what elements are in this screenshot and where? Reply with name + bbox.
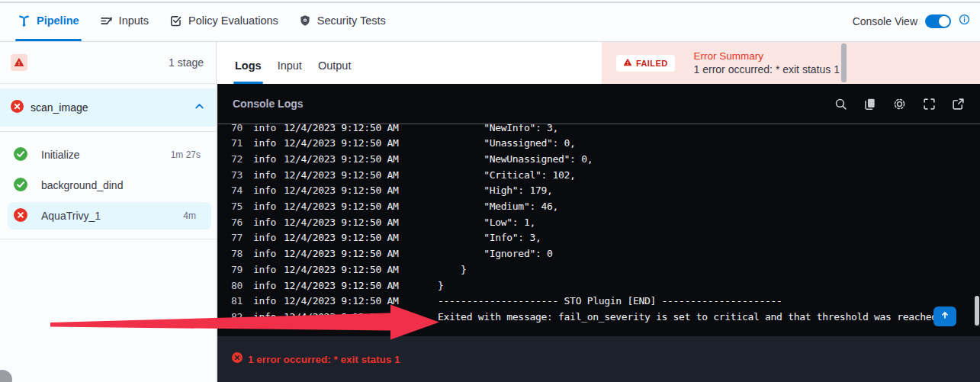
settings-icon[interactable] (892, 97, 907, 111)
stage-row-scan-image[interactable]: scan_image (0, 88, 216, 127)
log-level: info (253, 248, 276, 259)
pipeline-icon (18, 14, 31, 27)
check-circle-icon (14, 178, 27, 194)
tab-output[interactable]: Output (318, 59, 352, 84)
copy-icon[interactable] (863, 98, 876, 111)
open-in-new-icon[interactable] (952, 98, 965, 111)
step-row-background-dind[interactable]: background_dind (0, 170, 216, 201)
nav-tab-label: Pipeline (37, 14, 79, 27)
stage-count: 1 stage (169, 56, 204, 69)
log-timestamp: 12/4/2023 9:12:50 AM (284, 311, 403, 323)
x-circle-icon (14, 208, 27, 224)
error-summary-panel: FAILED Error Summary 1 error occurred: *… (602, 42, 980, 84)
log-content: } (438, 264, 467, 275)
error-summary-scrollbar[interactable] (841, 43, 847, 82)
console-toolbar (834, 97, 965, 111)
log-content: "Ignored": 0 (438, 248, 553, 259)
log-timestamp: 12/4/2023 9:12:50 AM (284, 153, 403, 165)
log-line-71: 71info12/4/2023 9:12:50 AM "Unassigned":… (217, 136, 576, 151)
step-name: AquaTrivy_1 (41, 210, 101, 222)
nav-tab-security-tests[interactable]: Security Tests (299, 0, 386, 41)
warning-triangle-icon (623, 58, 632, 69)
info-icon[interactable] (959, 14, 970, 28)
log-scrollbar-thumb[interactable] (975, 296, 979, 326)
footer-error-message: 1 error occurred: * exit status 1 (248, 354, 400, 365)
log-viewport[interactable]: 70info12/4/2023 9:12:50 AM "NewInfo": 3,… (217, 124, 980, 336)
log-line-80: 80info12/4/2023 9:12:50 AM} (217, 278, 444, 293)
stage-name: scan_image (31, 101, 187, 114)
log-content: "NewUnassigned": 0, (438, 153, 593, 165)
nav-tab-pipeline[interactable]: Pipeline (18, 0, 79, 41)
log-timestamp: 12/4/2023 9:12:50 AM (284, 248, 403, 259)
error-circle-icon (232, 352, 243, 366)
log-line-75: 75info12/4/2023 9:12:50 AM "Medium": 46, (217, 199, 558, 214)
scroll-to-bottom-button[interactable] (933, 307, 956, 326)
fullscreen-icon[interactable] (923, 98, 936, 111)
log-line-82: 82info12/4/2023 9:12:50 AMExited with me… (217, 309, 943, 324)
log-line-number: 79 (217, 264, 243, 275)
step-list: Initialize1m 27sbackground_dindAquaTrivy… (0, 132, 216, 230)
log-content: "Critical": 102, (438, 169, 576, 181)
log-content: Exited with message: fail_on_severity is… (438, 311, 943, 323)
log-timestamp: 12/4/2023 9:12:50 AM (284, 295, 403, 307)
log-timestamp: 12/4/2023 9:12:50 AM (284, 217, 403, 228)
log-level: info (253, 185, 276, 196)
console-header: Console Logs (217, 84, 980, 124)
log-line-70: 70info12/4/2023 9:12:50 AM "NewInfo": 3, (217, 124, 558, 135)
pipeline-sidebar: 1 stage scan_image Initialize1m 27sbackg… (0, 42, 217, 382)
log-level: info (253, 280, 276, 291)
log-line-number: 82 (217, 311, 243, 323)
failed-badge-label: FAILED (636, 59, 668, 68)
nav-tab-label: Policy Evaluations (188, 14, 278, 27)
toggle-knob (939, 16, 949, 27)
log-level: info (253, 137, 276, 149)
top-nav: PipelineInputsPolicy EvaluationsSecurity… (0, 0, 980, 42)
error-summary-title: Error Summary (694, 50, 840, 62)
log-level: info (253, 311, 276, 323)
log-timestamp: 12/4/2023 9:12:50 AM (284, 124, 403, 133)
tab-input[interactable]: Input (278, 59, 302, 84)
nav-tab-policy-evaluations[interactable]: Policy Evaluations (169, 0, 278, 41)
check-circle-icon (14, 147, 27, 163)
log-content: } (438, 280, 444, 291)
nav-tab-inputs[interactable]: Inputs (100, 0, 149, 41)
log-line-78: 78info12/4/2023 9:12:50 AM "Ignored": 0 (217, 246, 553, 262)
log-line-number: 73 (217, 169, 243, 181)
log-content: "Low": 1, (438, 217, 535, 228)
log-level: info (253, 153, 276, 165)
log-line-72: 72info12/4/2023 9:12:50 AM "NewUnassigne… (217, 151, 593, 166)
tab-logs[interactable]: Logs (235, 59, 262, 84)
log-line-number: 71 (217, 137, 243, 149)
failed-circle-icon (11, 100, 24, 116)
error-summary-text: Error Summary 1 error occurred: * exit s… (694, 50, 840, 75)
console-view-toggle[interactable] (925, 14, 951, 28)
step-row-initialize[interactable]: Initialize1m 27s (0, 140, 216, 170)
log-level: info (253, 232, 276, 243)
log-level: info (253, 169, 276, 181)
console-view-label: Console View (853, 15, 917, 27)
log-line-81: 81info12/4/2023 9:12:50 AM--------------… (217, 294, 782, 309)
log-timestamp: 12/4/2023 9:12:50 AM (284, 280, 403, 291)
step-row-aquatrivy-1[interactable]: AquaTrivy_14m (8, 202, 211, 230)
log-line-73: 73info12/4/2023 9:12:50 AM "Critical": 1… (217, 167, 576, 182)
search-icon[interactable] (834, 98, 847, 111)
chevron-up-icon[interactable] (194, 101, 205, 115)
console-view-control: Console View (853, 0, 970, 42)
log-line-number: 80 (217, 280, 243, 291)
log-timestamp: 12/4/2023 9:12:50 AM (284, 185, 403, 196)
help-button-partial[interactable] (0, 370, 12, 382)
footer-error-bar: 1 error occurred: * exit status 1 (217, 336, 980, 382)
log-view-tabs: Logs Input Output (217, 42, 602, 84)
log-timestamp: 12/4/2023 9:12:50 AM (284, 137, 403, 149)
log-level: info (253, 295, 276, 307)
log-timestamp: 12/4/2023 9:12:50 AM (284, 232, 403, 243)
error-summary-message: 1 error occurred: * exit status 1 (694, 63, 840, 75)
step-name: Initialize (41, 149, 80, 161)
log-content: --------------------- STO Plugin [END] -… (438, 295, 782, 307)
log-line-number: 77 (217, 232, 243, 243)
log-level: info (253, 217, 276, 228)
security-tests-icon (299, 14, 311, 27)
step-duration: 1m 27s (171, 149, 201, 160)
log-level: info (253, 124, 276, 133)
log-line-number: 81 (217, 295, 243, 307)
